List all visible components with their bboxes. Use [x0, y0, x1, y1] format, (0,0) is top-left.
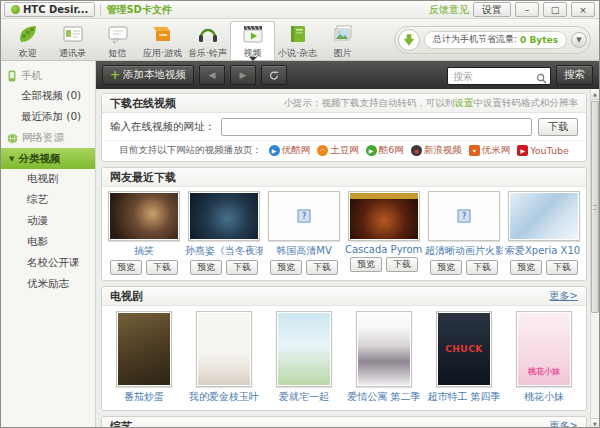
video-title-link[interactable]: Cascada Pyromania: [345, 244, 423, 255]
url-download-button[interactable]: 下载: [538, 118, 578, 136]
refresh-button[interactable]: [261, 65, 287, 85]
tv-poster[interactable]: [276, 311, 332, 387]
video-thumbnail[interactable]: ?: [428, 191, 500, 241]
sidebar-item-tv-series[interactable]: 电视剧: [1, 169, 95, 190]
download-arrow-icon[interactable]: [398, 29, 420, 51]
settings-button[interactable]: 设置: [473, 2, 511, 17]
sidebar-item-umiwi[interactable]: 优米励志: [1, 274, 95, 295]
sidebar-item-anime[interactable]: 动漫: [1, 211, 95, 232]
more-link[interactable]: 更多>: [550, 289, 578, 303]
nav-sms[interactable]: 短信: [95, 21, 140, 60]
sidebar-item-all-videos[interactable]: 全部视频 (0): [1, 86, 95, 107]
nav-video[interactable]: 视频: [230, 21, 275, 60]
video-thumbnail[interactable]: [108, 191, 180, 241]
site-link-youku[interactable]: ▶优酷网: [269, 144, 311, 157]
add-local-video-button[interactable]: + 添加本地视频: [102, 65, 194, 85]
forward-button[interactable]: ▶: [230, 65, 256, 85]
site-link-youtube[interactable]: ▶YouTube: [517, 145, 569, 156]
video-thumbnail[interactable]: [508, 191, 580, 241]
tv-poster[interactable]: 桃花小妹: [516, 311, 572, 387]
ku6-icon: ▶: [366, 145, 377, 156]
scrollbar-thumb[interactable]: [591, 101, 599, 313]
globe-icon: [7, 133, 18, 144]
download-button[interactable]: 下载: [146, 260, 178, 275]
sidebar-section-phone: 手机: [1, 66, 95, 86]
recent-downloads-card: 网友最近下载 搞笑 预览 下载 孙燕姿: [101, 167, 587, 281]
tv-title-link[interactable]: 番茄炒蛋: [124, 390, 164, 404]
sidebar-item-open-courses[interactable]: 名校公开课: [1, 253, 95, 274]
preview-button[interactable]: 预览: [110, 260, 142, 275]
savings-dropdown-button[interactable]: ▼: [571, 32, 587, 48]
tv-title-link[interactable]: 桃花小妹: [524, 390, 564, 404]
sidebar-item-variety[interactable]: 综艺: [1, 190, 95, 211]
nav-photos[interactable]: 图片: [320, 21, 365, 60]
video-thumbnail[interactable]: [348, 191, 420, 241]
tv-title-link[interactable]: 超市特工 第四季: [427, 390, 500, 404]
sd-file-tab[interactable]: 管理SD卡文件: [106, 3, 172, 17]
download-button[interactable]: 下载: [226, 260, 258, 275]
close-button[interactable]: ×: [571, 2, 595, 17]
video-url-input[interactable]: [221, 118, 532, 136]
tv-poster[interactable]: CHUCK: [436, 311, 492, 387]
youku-icon: ▶: [269, 145, 280, 156]
more-link[interactable]: 更多>: [550, 419, 578, 428]
device-tab[interactable]: HTC Desir...: [4, 2, 95, 17]
site-link-sina[interactable]: ●新浪视频: [411, 144, 462, 157]
video-title-link[interactable]: 搞笑: [134, 244, 154, 258]
tv-poster[interactable]: [356, 311, 412, 387]
tv-title-link[interactable]: 爱就宅一起: [279, 390, 329, 404]
preview-button[interactable]: 预览: [350, 257, 382, 272]
search-box: [447, 65, 551, 86]
preview-button[interactable]: 预览: [190, 260, 222, 275]
feedback-link[interactable]: 反馈意见: [429, 3, 469, 17]
pea-icon: [16, 22, 40, 46]
vertical-scrollbar[interactable]: ▲ ▼: [590, 89, 599, 428]
preview-button[interactable]: 预览: [430, 260, 462, 275]
chevron-down-icon: ▼: [9, 155, 14, 163]
nav-music[interactable]: 音乐·铃声: [185, 21, 230, 60]
maximize-button[interactable]: □: [543, 2, 567, 17]
video-thumbnail[interactable]: ?: [268, 191, 340, 241]
video-title-link[interactable]: 索爱Xperia X10 宣传: [505, 244, 583, 258]
nav-label: 视频: [244, 47, 262, 60]
nav-welcome[interactable]: 欢迎: [5, 21, 50, 60]
site-link-ku6[interactable]: ▶酷6网: [366, 144, 404, 157]
sidebar-item-recent-added[interactable]: 最近添加 (0): [1, 107, 95, 128]
tv-title-link[interactable]: 爱情公寓 第二季: [347, 390, 420, 404]
sidebar-item-movies[interactable]: 电影: [1, 232, 95, 253]
search-button[interactable]: 搜索: [556, 65, 593, 85]
tv-poster[interactable]: [116, 311, 172, 387]
savings-label: 总计为手机节省流量:: [433, 33, 517, 46]
site-link-umiwi[interactable]: ✦优米网: [469, 144, 511, 157]
divider: [100, 4, 101, 16]
scroll-up-arrow[interactable]: ▲: [591, 89, 599, 100]
nav-apps-games[interactable]: 应用·游戏: [140, 21, 185, 60]
nav-label: 短信: [109, 47, 127, 60]
sidebar-item-category-videos[interactable]: ▼ 分类视频: [1, 148, 95, 169]
nav-contacts[interactable]: 通讯录: [50, 21, 95, 60]
tv-poster[interactable]: [196, 311, 252, 387]
poster-text: CHUCK: [445, 344, 483, 354]
video-title-link[interactable]: 孙燕姿《当冬夜渐暖》: [185, 244, 263, 258]
video-title-link[interactable]: 韩国高清MV: [276, 244, 331, 258]
sina-icon: ●: [411, 145, 422, 156]
nav-books[interactable]: 小说·杂志: [275, 21, 320, 60]
app-logo-icon: [11, 5, 20, 14]
download-button[interactable]: 下载: [546, 260, 578, 275]
tv-title-link[interactable]: 我的爱金枝玉叶: [189, 390, 259, 404]
download-button[interactable]: 下载: [306, 260, 338, 275]
nav-label: 图片: [334, 47, 352, 60]
video-title-link[interactable]: 超清晰动画片火影忍者: [425, 244, 503, 258]
download-button[interactable]: 下载: [466, 260, 498, 275]
video-thumbnail[interactable]: [188, 191, 260, 241]
preview-button[interactable]: 预览: [270, 260, 302, 275]
settings-link[interactable]: 设置: [455, 97, 474, 108]
preview-button[interactable]: 预览: [510, 260, 542, 275]
download-button[interactable]: 下载: [386, 257, 418, 272]
video-item: 索爱Xperia X10 宣传 预览 下载: [504, 191, 584, 275]
site-link-tudou[interactable]: ◠土豆网: [317, 144, 359, 157]
back-button[interactable]: ◀: [199, 65, 225, 85]
minimize-button[interactable]: –: [515, 2, 539, 17]
tv-item: CHUCK 超市特工 第四季: [424, 311, 504, 408]
scroll-down-arrow[interactable]: ▼: [591, 418, 599, 428]
